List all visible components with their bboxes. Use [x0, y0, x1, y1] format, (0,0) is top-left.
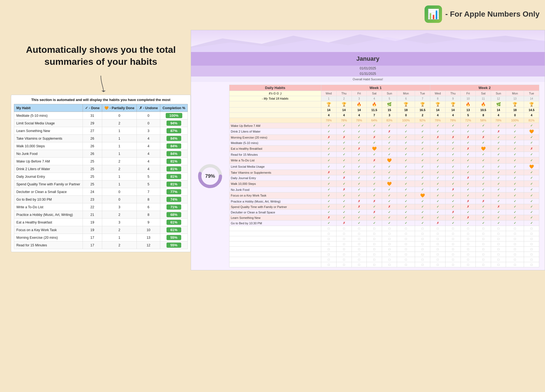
table-row: No Junk Food 26 1 4 84%: [14, 150, 188, 158]
empty-row: □□□□□□□□□□□□□□: [229, 247, 539, 252]
empty-row: □□□□□□□□□□□□□□: [229, 262, 539, 267]
habit-row: Write a To-Do List✓✓✓✗🧡✓✓✓✓✓✓✓✓✓: [229, 157, 539, 164]
habit-partial: 2: [102, 211, 137, 219]
habit-name: Learn Something New: [14, 127, 83, 135]
table-row: Walk 10,000 Steps 26 1 4 84%: [14, 142, 188, 150]
habit-undone: 5: [137, 173, 160, 180]
habit-pct: 81%: [160, 173, 188, 180]
habit-name: Go to Bed by 10:30 PM: [14, 196, 83, 203]
habit-partial: 2: [102, 165, 137, 173]
left-section: Automatically shows you the totalsummari…: [11, 44, 191, 252]
table-row: Daily Journal Entry 25 1 5 81%: [14, 173, 188, 180]
habit-partial: 2: [102, 158, 137, 165]
habit-done: 26: [83, 142, 102, 150]
habit-pct: 87%: [160, 127, 188, 135]
table-row: Meditate (5-10 mins) 31 0 0 100%: [14, 112, 188, 120]
col-pct: Completion %: [160, 104, 188, 112]
spreadsheet-table: Daily HabitsWeek 1Week 2It's G G :)WedTh…: [229, 85, 539, 267]
habit-partial: 1: [102, 135, 137, 142]
habit-name: Declutter or Clean a Small Space: [14, 188, 83, 196]
empty-row: □□□□□□□□□□□□□□: [229, 231, 539, 236]
habit-pct: 84%: [160, 142, 188, 150]
habit-row: Eat a Healthy Breakfast✓✓✗🧡✓✓✓✓✓✗🧡✓✓✗: [229, 146, 539, 152]
habit-row: Walk 10,000 Steps✓✓✓✓🧡✓✓✓✓✓✓✓✓✓: [229, 181, 539, 187]
habit-partial: 2: [102, 120, 137, 127]
habit-pct: 61%: [160, 226, 188, 234]
habit-undone: 9: [137, 219, 160, 226]
habit-partial: 3: [102, 219, 137, 226]
table-row: Drink 2 Liters of Water 25 2 4 81%: [14, 165, 188, 173]
habit-done: 29: [83, 120, 102, 127]
habit-done: 24: [83, 188, 102, 196]
table-row: Eat a Healthy Breakfast 19 3 9 61%: [14, 219, 188, 226]
habit-pct: 55%: [160, 241, 188, 249]
habit-row: Drink 2 Liters of Water✓✓✓✓✗✓✓✓✓✓✓✗✓🧡: [229, 128, 539, 135]
numbers-icon: 📊: [425, 5, 442, 23]
empty-row: □□□□□□□□□□□□□□: [229, 236, 539, 241]
habit-partial: 1: [102, 127, 137, 135]
habit-undone: 10: [137, 226, 160, 234]
table-row: Focus on a Key Work Task 19 2 10 61%: [14, 226, 188, 234]
habit-done: 22: [83, 203, 102, 211]
habit-name: Drink 2 Liters of Water: [14, 165, 83, 173]
habit-row: Go to Bed by 10:30 PM✓✗✓✓✓✓✓✗✓✓✓✓✓✓: [229, 220, 539, 226]
habit-undone: 8: [137, 211, 160, 219]
col-done: ✓ - Done: [83, 104, 102, 112]
habit-row: Focus on a Key Work Task✓✓✓✓✓✓🧡✓✓✓✓✓✓✓: [229, 192, 539, 199]
habit-name: No Junk Food: [14, 150, 83, 158]
habit-partial: 1: [102, 142, 137, 150]
habit-name: Take Vitamins or Supplements: [14, 135, 83, 142]
habit-pct: 84%: [160, 150, 188, 158]
habit-name: Walk 10,000 Steps: [14, 142, 83, 150]
table-row: Spend Quality Time with Family or Partne…: [14, 180, 188, 188]
habit-partial: 1: [102, 150, 137, 158]
overall-label: Overall Habit Success!: [191, 76, 545, 82]
habit-partial: 3: [102, 203, 137, 211]
table-row: Morning Exercise (20 mins) 17 1 13 55%: [14, 234, 188, 241]
habit-undone: 12: [137, 241, 160, 249]
habit-undone: 3: [137, 127, 160, 135]
habit-name: Eat a Healthy Breakfast: [14, 219, 83, 226]
habit-row: Read for 15 Minutes✓✓✓✓✓✓✓✓✓✓✓✓✓✓: [229, 152, 539, 157]
habit-done: 27: [83, 127, 102, 135]
habit-done: 25: [83, 165, 102, 173]
empty-row: □□□□□□□□□□□□□□: [229, 226, 539, 231]
habit-row: Spend Quality Time with Family or Partne…: [229, 204, 539, 210]
habit-row: Learn Something New✗✓✓✓✓✓✓✓✓✗✓✓✓✓: [229, 215, 539, 220]
table-note: This section is automated and will displ…: [14, 98, 188, 102]
habit-partial: 0: [102, 188, 137, 196]
habits-table: My Habit ✓ - Done 🧡 - Partially Done ✗ -…: [14, 104, 188, 249]
table-row: Declutter or Clean a Small Space 24 0 7 …: [14, 188, 188, 196]
badge-text: - For Apple Numbers Only: [445, 10, 540, 19]
table-row: Write a To-Do List 22 3 6 71%: [14, 203, 188, 211]
table-row: Wake Up Before 7 AM 25 2 4 81%: [14, 158, 188, 165]
habit-row: Daily Journal Entry✓✗✓✓✓✓✓✓✓✗✓✓✓✓: [229, 175, 539, 181]
habit-partial: 1: [102, 173, 137, 180]
date-end: 01/31/2025: [191, 71, 545, 76]
habit-done: 25: [83, 173, 102, 180]
table-row: Read for 15 Minutes 17 2 12 55%: [14, 241, 188, 249]
habit-name: Practice a Hobby (Music, Art, Writing): [14, 211, 83, 219]
date-start: 01/01/2025: [191, 66, 545, 71]
svg-marker-0: [101, 91, 106, 92]
donut-chart: 79%: [196, 163, 224, 190]
habit-pct: 81%: [160, 165, 188, 173]
habit-name: Morning Exercise (20 mins): [14, 234, 83, 241]
habit-done: 19: [83, 226, 102, 234]
habit-undone: 4: [137, 135, 160, 142]
habit-name: Wake Up Before 7 AM: [14, 158, 83, 165]
habit-undone: 8: [137, 196, 160, 203]
habit-pct: 84%: [160, 135, 188, 142]
col-undone: ✗ - Undone: [137, 104, 160, 112]
habit-name: Focus on a Key Work Task: [14, 226, 83, 234]
habit-done: 25: [83, 158, 102, 165]
habit-done: 17: [83, 234, 102, 241]
habit-undone: 0: [137, 112, 160, 120]
empty-row: □□□□□□□□□□□□□□: [229, 252, 539, 257]
habit-pct: 81%: [160, 158, 188, 165]
habit-pct: 100%: [160, 112, 188, 120]
habit-row: Meditate (5-10 mins)✓✓✓✓✓✓✓✓✓✓✓✓✓✓: [229, 140, 539, 146]
habit-row: Practice a Hobby (Music, Art, Writing)✓✓…: [229, 199, 539, 204]
habit-name: Write a To-Do List: [14, 203, 83, 211]
habit-undone: 4: [137, 158, 160, 165]
